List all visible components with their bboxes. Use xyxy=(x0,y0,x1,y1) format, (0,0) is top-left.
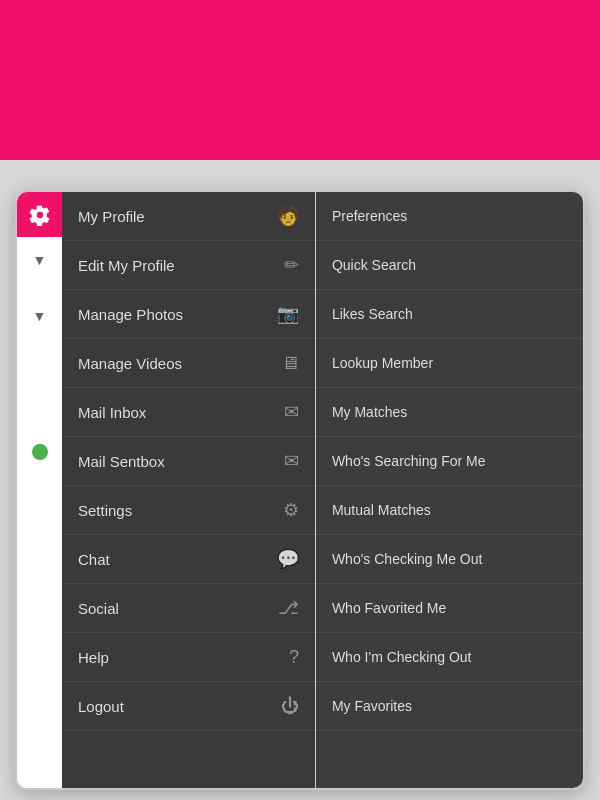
right-menu: PreferencesQuick SearchLikes SearchLooku… xyxy=(316,192,583,788)
chat-icon: 💬 xyxy=(277,548,299,570)
dropdown-arrow-2[interactable]: ▼ xyxy=(33,308,47,324)
right-item-whos-checking-me-out[interactable]: Who's Checking Me Out xyxy=(316,535,583,584)
right-item-who-favorited-me[interactable]: Who Favorited Me xyxy=(316,584,583,633)
edit-icon: ✏ xyxy=(284,254,299,276)
person-icon: 🧑 xyxy=(277,205,299,227)
share-icon: ⎇ xyxy=(278,597,299,619)
right-label-who-favorited-me: Who Favorited Me xyxy=(332,600,446,616)
right-label-whos-searching-for-me: Who's Searching For Me xyxy=(332,453,486,469)
left-edge: ▼ ▼ xyxy=(17,192,62,788)
mailsent-icon: ✉ xyxy=(284,450,299,472)
gear-icon: ⚙ xyxy=(283,499,299,521)
right-item-likes-search[interactable]: Likes Search xyxy=(316,290,583,339)
tablet-frame: ▼ ▼ My Profile🧑Edit My Profile✏Manage Ph… xyxy=(15,190,585,790)
right-item-lookup-member[interactable]: Lookup Member xyxy=(316,339,583,388)
video-icon: 🖥 xyxy=(281,353,299,374)
sidebar-item-chat[interactable]: Chat💬 xyxy=(62,535,315,584)
right-label-quick-search: Quick Search xyxy=(332,257,416,273)
right-label-whos-checking-me-out: Who's Checking Me Out xyxy=(332,551,483,567)
banner xyxy=(0,0,600,160)
right-label-lookup-member: Lookup Member xyxy=(332,355,433,371)
gear-icon xyxy=(29,204,51,226)
sidebar-item-edit-my-profile[interactable]: Edit My Profile✏ xyxy=(62,241,315,290)
right-item-my-matches[interactable]: My Matches xyxy=(316,388,583,437)
camera-icon: 📷 xyxy=(277,303,299,325)
sidebar-menu: My Profile🧑Edit My Profile✏Manage Photos… xyxy=(62,192,315,788)
sidebar-label-manage-photos: Manage Photos xyxy=(78,306,183,323)
sidebar-label-help: Help xyxy=(78,649,109,666)
sidebar-label-social: Social xyxy=(78,600,119,617)
sidebar-item-logout[interactable]: Logout⏻ xyxy=(62,682,315,731)
right-label-my-matches: My Matches xyxy=(332,404,407,420)
sidebar-item-manage-photos[interactable]: Manage Photos📷 xyxy=(62,290,315,339)
right-label-who-im-checking-out: Who I'm Checking Out xyxy=(332,649,472,665)
right-item-quick-search[interactable]: Quick Search xyxy=(316,241,583,290)
right-label-likes-search: Likes Search xyxy=(332,306,413,322)
tablet-area: ▼ ▼ My Profile🧑Edit My Profile✏Manage Ph… xyxy=(0,160,600,800)
right-item-preferences[interactable]: Preferences xyxy=(316,192,583,241)
sidebar-item-help[interactable]: Help? xyxy=(62,633,315,682)
right-panel: PreferencesQuick SearchLikes SearchLooku… xyxy=(315,192,583,788)
sidebar-label-manage-videos: Manage Videos xyxy=(78,355,182,372)
sidebar-item-mail-inbox[interactable]: Mail Inbox✉ xyxy=(62,388,315,437)
sidebar-item-manage-videos[interactable]: Manage Videos🖥 xyxy=(62,339,315,388)
dropdown-arrow-1[interactable]: ▼ xyxy=(33,252,47,268)
help-icon: ? xyxy=(289,647,299,668)
power-icon: ⏻ xyxy=(281,696,299,717)
left-panel: ▼ ▼ My Profile🧑Edit My Profile✏Manage Ph… xyxy=(17,192,315,788)
sidebar-item-mail-sentbox[interactable]: Mail Sentbox✉ xyxy=(62,437,315,486)
sidebar-label-settings: Settings xyxy=(78,502,132,519)
sidebar-label-edit-my-profile: Edit My Profile xyxy=(78,257,175,274)
right-item-who-im-checking-out[interactable]: Who I'm Checking Out xyxy=(316,633,583,682)
sidebar-label-mail-inbox: Mail Inbox xyxy=(78,404,146,421)
sidebar-item-social[interactable]: Social⎇ xyxy=(62,584,315,633)
sidebar-label-mail-sentbox: Mail Sentbox xyxy=(78,453,165,470)
right-item-whos-searching-for-me[interactable]: Who's Searching For Me xyxy=(316,437,583,486)
sidebar-label-my-profile: My Profile xyxy=(78,208,145,225)
sidebar-label-logout: Logout xyxy=(78,698,124,715)
sidebar-item-my-profile[interactable]: My Profile🧑 xyxy=(62,192,315,241)
right-item-my-favorites[interactable]: My Favorites xyxy=(316,682,583,731)
mail-icon: ✉ xyxy=(284,401,299,423)
sidebar-label-chat: Chat xyxy=(78,551,110,568)
right-label-mutual-matches: Mutual Matches xyxy=(332,502,431,518)
gear-button[interactable] xyxy=(17,192,62,237)
right-label-my-favorites: My Favorites xyxy=(332,698,412,714)
right-item-mutual-matches[interactable]: Mutual Matches xyxy=(316,486,583,535)
sidebar-item-settings[interactable]: Settings⚙ xyxy=(62,486,315,535)
right-label-preferences: Preferences xyxy=(332,208,407,224)
online-indicator xyxy=(32,444,48,460)
